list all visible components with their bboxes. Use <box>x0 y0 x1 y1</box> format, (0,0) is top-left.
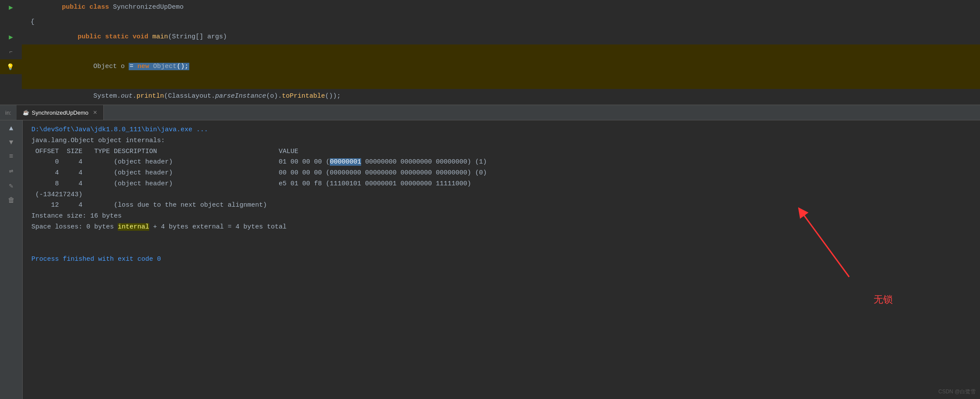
classlayout-class: ClassLayout <box>168 92 211 100</box>
code-line-1: ▶ public class SynchronizedUpDemo <box>0 0 980 15</box>
code-line-5: 💡 Object o = new Object(); <box>0 59 980 74</box>
string-array-param: String[] <box>172 33 203 41</box>
keyword-public-2: public <box>78 33 101 41</box>
keyword-static: static <box>105 33 129 41</box>
output-row-8: 8 4 (object header) e5 01 00 f8 (1110010… <box>31 179 971 190</box>
tab-label: SynchronizedUpDemo <box>32 109 89 116</box>
lightbulb-icon[interactable]: 💡 <box>7 63 14 71</box>
code-lines: ▶ public class SynchronizedUpDemo { ▶ pu… <box>0 0 980 104</box>
line-gutter-4: ⌐ <box>0 49 22 55</box>
internal-highlight: internal <box>118 223 149 231</box>
scroll-up-icon[interactable]: ▲ <box>9 125 14 133</box>
toprintable-method: toPrintable <box>282 92 325 100</box>
run-prefix-label: in: <box>0 109 17 116</box>
output-java-path: D:\devSoft\Java\jdk1.8.0_111\bin\java.ex… <box>31 125 971 136</box>
selected-binary: 00000001 <box>330 158 361 166</box>
output-object-internals: java.lang.Object object internals: <box>31 136 971 147</box>
fold-icon[interactable]: ⌐ <box>9 49 13 55</box>
selected-new-object: = new Object(); <box>129 63 189 70</box>
line-gutter-1: ▶ <box>0 3 22 12</box>
annotation-arrow-svg <box>788 198 867 294</box>
clear-icon[interactable]: 🗑 <box>8 196 15 205</box>
wrap-icon[interactable]: ⇌ <box>9 167 14 175</box>
console-output: D:\devSoft\Java\jdk1.8.0_111\bin\java.ex… <box>23 120 980 399</box>
output-table-header: OFFSET SIZE TYPE DESCRIPTION VALUE <box>31 147 971 157</box>
line-content-7: System.out.println(ClassLayout.parseInst… <box>22 74 980 105</box>
line-gutter-5: 💡 <box>0 63 22 71</box>
keyword-public: public class <box>62 3 109 11</box>
watermark: CSDN @白鹭雪 <box>938 388 976 396</box>
run-arrow-1[interactable]: ▶ <box>9 3 13 12</box>
println-method: println <box>137 92 164 100</box>
align-icon[interactable]: ≡ <box>9 153 14 160</box>
scroll-down-icon[interactable]: ▼ <box>9 139 14 147</box>
wulock-annotation: 无锁 <box>874 294 893 305</box>
editor-area: ▶ public class SynchronizedUpDemo { ▶ pu… <box>0 0 980 105</box>
out-field: out <box>121 92 133 100</box>
keyword-void: void <box>133 33 148 41</box>
console-sidebar: ▲ ▼ ≡ ⇌ ✎ 🗑 <box>0 120 23 399</box>
tab-close-button[interactable]: ✕ <box>93 109 97 116</box>
parseinstance-method: parseInstance <box>215 92 266 100</box>
svg-line-0 <box>801 211 849 277</box>
edit-icon[interactable]: ✎ <box>9 181 14 190</box>
class-name-syncdemo: SynchronizedUpDemo <box>113 3 184 11</box>
run-arrow-3[interactable]: ▶ <box>9 33 13 41</box>
console-area: ▲ ▼ ≡ ⇌ ✎ 🗑 D:\devSoft\Java\jdk1.8.0_111… <box>0 120 980 399</box>
code-line-7: System.out.println(ClassLayout.parseInst… <box>0 89 980 104</box>
line-gutter-3: ▶ <box>0 33 22 41</box>
annotation-text-container: 无锁 <box>874 292 893 307</box>
output-row-0: 0 4 (object header) 01 00 00 00 (0000000… <box>31 157 971 168</box>
tab-synchronizedupdown[interactable]: ☕ SynchronizedUpDemo ✕ <box>17 105 104 120</box>
code-line-3: ▶ public static void main(String[] args) <box>0 30 980 44</box>
method-main: main <box>152 33 168 41</box>
java-file-icon: ☕ <box>23 109 29 116</box>
output-row-4: 4 4 (object header) 00 00 00 00 (0000000… <box>31 168 971 179</box>
watermark-text: CSDN @白鹭雪 <box>938 389 976 395</box>
tab-bar: in: ☕ SynchronizedUpDemo ✕ <box>0 105 980 120</box>
system-class: System <box>93 92 117 100</box>
object-type: Object <box>93 63 117 70</box>
